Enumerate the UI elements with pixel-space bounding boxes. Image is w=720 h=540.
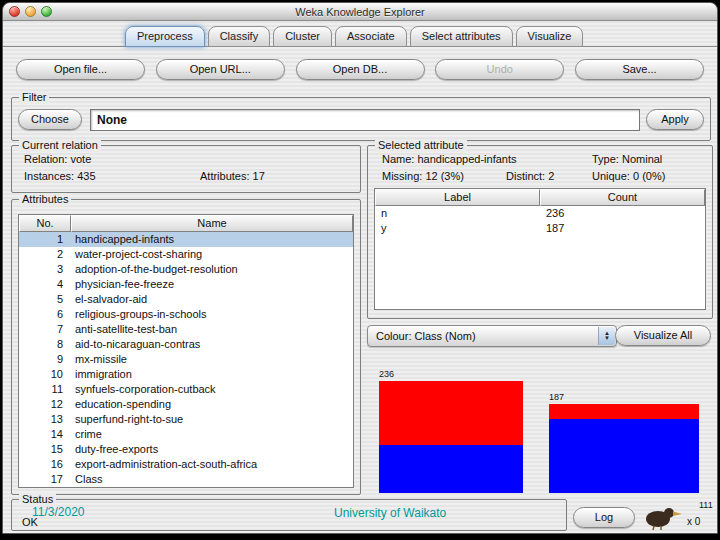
attribute-number: 14 — [19, 427, 71, 442]
attribute-number: 10 — [19, 367, 71, 382]
apply-filter-button[interactable]: Apply — [646, 109, 704, 130]
attribute-name: education-spending — [71, 397, 353, 412]
count-cell: 187 — [540, 221, 705, 236]
attributes-group: Attributes No. Name 1handicapped-infants… — [11, 199, 361, 495]
attribute-name: physician-fee-freeze — [71, 277, 353, 292]
attribute-row[interactable]: 15duty-free-exports — [19, 442, 353, 457]
filter-value-field[interactable]: None — [90, 109, 640, 131]
instances-label: Instances: 435 — [24, 170, 96, 182]
attribute-row[interactable]: 16export-administration-act-south-africa — [19, 457, 353, 472]
histogram-bar — [549, 404, 699, 493]
attribute-name: mx-missile — [71, 352, 353, 367]
attribute-name: export-administration-act-south-africa — [71, 457, 353, 472]
attribute-name: water-project-cost-sharing — [71, 247, 353, 262]
table-row[interactable]: n 236 — [375, 206, 705, 221]
tab-bar: Preprocess Classify Cluster Associate Se… — [3, 22, 717, 47]
attribute-name: duty-free-exports — [71, 442, 353, 457]
attribute-number: 5 — [19, 292, 71, 307]
attribute-number: 9 — [19, 352, 71, 367]
selected-attribute-legend: Selected attribute — [375, 139, 467, 152]
date-overlay-text: 11/3/2020 — [32, 505, 85, 519]
tab-visualize[interactable]: Visualize — [516, 26, 584, 47]
attribute-row[interactable]: 6religious-groups-in-schools — [19, 307, 353, 322]
tab-cluster[interactable]: Cluster — [273, 26, 332, 47]
histogram-bar — [379, 381, 523, 493]
attribute-number: 7 — [19, 322, 71, 337]
weka-bird-icon — [643, 504, 683, 531]
name-column-header[interactable]: Name — [71, 215, 353, 232]
attribute-row[interactable]: 17Class — [19, 472, 353, 487]
tab-select-attributes[interactable]: Select attributes — [410, 26, 513, 47]
attribute-row[interactable]: 7anti-satellite-test-ban — [19, 322, 353, 337]
tab-associate[interactable]: Associate — [335, 26, 407, 47]
attribute-row[interactable]: 9mx-missile — [19, 352, 353, 367]
save-button[interactable]: Save... — [575, 59, 704, 80]
attribute-name: Class — [71, 472, 353, 487]
attribute-name: aid-to-nicaraguan-contras — [71, 337, 353, 352]
attribute-name: synfuels-corporation-cutback — [71, 382, 353, 397]
title-bar[interactable]: Weka Knowledge Explorer — [3, 3, 717, 21]
attribute-number: 13 — [19, 412, 71, 427]
attribute-row[interactable]: 10immigration — [19, 367, 353, 382]
bar-value-label: 187 — [549, 392, 564, 402]
attribute-name: superfund-right-to-sue — [71, 412, 353, 427]
attribute-number: 16 — [19, 457, 71, 472]
tab-classify[interactable]: Classify — [208, 26, 271, 47]
unique-label: Unique: 0 (0%) — [592, 170, 665, 182]
attribute-row[interactable]: 1handicapped-infants — [19, 232, 353, 247]
label-cell: y — [375, 221, 540, 236]
attribute-row[interactable]: 14crime — [19, 427, 353, 442]
attribute-row[interactable]: 12education-spending — [19, 397, 353, 412]
open-file-button[interactable]: Open file... — [16, 59, 145, 80]
undo-button[interactable]: Undo — [435, 59, 564, 80]
filter-group: Filter Choose None Apply — [11, 97, 711, 141]
attribute-row[interactable]: 11synfuels-corporation-cutback — [19, 382, 353, 397]
open-db-button[interactable]: Open DB... — [296, 59, 425, 80]
table-row[interactable]: y 187 — [375, 221, 705, 236]
attribute-name: handicapped-infants — [71, 232, 353, 247]
visualize-all-button[interactable]: Visualize All — [615, 325, 711, 346]
label-count-table: Label Count n 236 y 187 — [374, 188, 706, 310]
close-button[interactable] — [9, 6, 20, 17]
attributes-table: No. Name 1handicapped-infants2water-proj… — [18, 214, 354, 488]
colour-select-value: Colour: Class (Nom) — [376, 330, 476, 342]
log-button[interactable]: Log — [573, 507, 635, 528]
filter-legend: Filter — [19, 91, 49, 104]
choose-filter-button[interactable]: Choose — [18, 109, 82, 130]
attribute-row[interactable]: 2water-project-cost-sharing — [19, 247, 353, 262]
attribute-name: immigration — [71, 367, 353, 382]
label-cell: n — [375, 206, 540, 221]
attribute-number: 2 — [19, 247, 71, 262]
current-relation-legend: Current relation — [19, 139, 101, 152]
bar-value-label: 236 — [379, 369, 394, 379]
attribute-number: 8 — [19, 337, 71, 352]
attribute-number: 17 — [19, 472, 71, 487]
colour-select[interactable]: Colour: Class (Nom) ▲▼ — [367, 325, 617, 347]
window-title: Weka Knowledge Explorer — [3, 3, 717, 21]
histogram: 236187 — [367, 351, 713, 495]
no-column-header[interactable]: No. — [19, 215, 71, 232]
memory-indicator: 111 — [699, 500, 713, 510]
attribute-number: 4 — [19, 277, 71, 292]
attribute-number: 6 — [19, 307, 71, 322]
attribute-row[interactable]: 3adoption-of-the-budget-resolution — [19, 262, 353, 277]
tab-preprocess[interactable]: Preprocess — [125, 26, 205, 47]
attribute-number: 11 — [19, 382, 71, 397]
zoom-button[interactable] — [41, 6, 52, 17]
attribute-name: adoption-of-the-budget-resolution — [71, 262, 353, 277]
attribute-name: religious-groups-in-schools — [71, 307, 353, 322]
attribute-row[interactable]: 5el-salvador-aid — [19, 292, 353, 307]
attribute-type-label: Type: Nominal — [592, 153, 662, 165]
file-toolbar: Open file... Open URL... Open DB... Undo… — [16, 59, 704, 80]
attribute-row[interactable]: 13superfund-right-to-sue — [19, 412, 353, 427]
class-blue-segment — [379, 445, 523, 493]
minimize-button[interactable] — [25, 6, 36, 17]
class-blue-segment — [549, 419, 699, 493]
attribute-number: 3 — [19, 262, 71, 277]
attribute-row[interactable]: 4physician-fee-freeze — [19, 277, 353, 292]
attribute-row[interactable]: 8aid-to-nicaraguan-contras — [19, 337, 353, 352]
open-url-button[interactable]: Open URL... — [156, 59, 285, 80]
attribute-name: anti-satellite-test-ban — [71, 322, 353, 337]
attribute-number: 15 — [19, 442, 71, 457]
label-column-header: Label — [375, 189, 540, 206]
